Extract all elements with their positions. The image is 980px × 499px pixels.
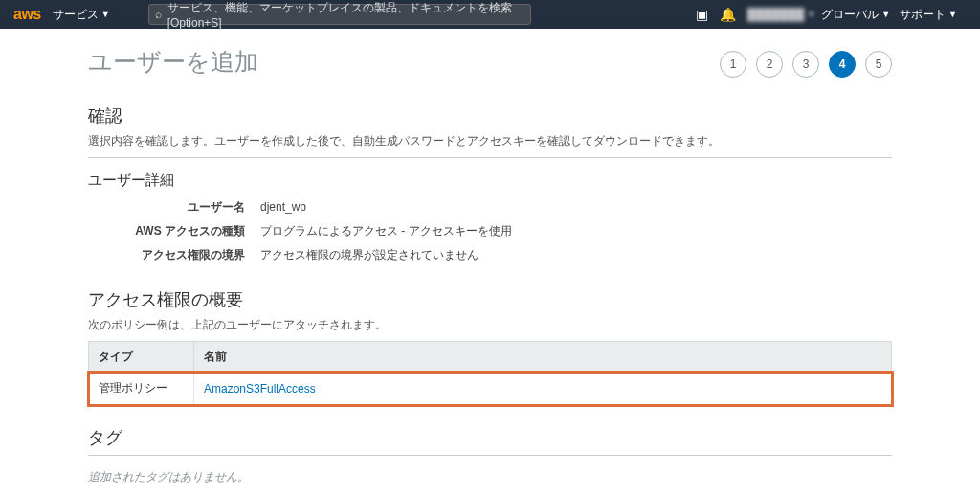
detail-value-access-type: プログラムによるアクセス - アクセスキーを使用 [260,219,892,243]
step-3[interactable]: 3 [792,51,819,78]
step-1[interactable]: 1 [720,51,746,78]
detail-value-username: djent_wp [260,195,892,219]
permissions-heading: アクセス権限の概要 [88,288,892,311]
detail-value-boundary: アクセス権限の境界が設定されていません [260,243,892,267]
notifications-icon[interactable]: 🔔 [720,7,736,22]
col-type: タイプ [89,342,194,373]
search-input[interactable]: ⌕ サービス、機能、マーケットプレイスの製品、ドキュメントを検索 [Option… [148,4,531,25]
region-menu[interactable]: グローバル ▼ [821,7,890,23]
services-menu[interactable]: サービス ▼ [53,7,110,23]
support-label: サポート [900,7,946,23]
col-name: 名前 [194,342,892,373]
support-menu[interactable]: サポート ▼ [900,7,957,23]
user-details-heading: ユーザー詳細 [88,171,892,190]
page-content: ユーザーを追加 1 2 3 4 5 確認 選択内容を確認します。ユーザーを作成し… [78,29,902,499]
detail-label-username: ユーザー名 [88,195,260,219]
step-5[interactable]: 5 [865,51,892,78]
account-menu[interactable]: ███████ ▼ [747,8,815,21]
detail-label-boundary: アクセス権限の境界 [88,243,260,267]
step-4[interactable]: 4 [829,51,856,78]
policy-name-link[interactable]: AmazonS3FullAccess [204,382,316,396]
services-label: サービス [53,7,99,23]
caret-down-icon: ▼ [881,10,890,19]
caret-down-icon: ▼ [948,10,957,19]
confirm-description: 選択内容を確認します。ユーザーを作成した後で、自動生成パスワードとアクセスキーを… [88,133,892,149]
permissions-description: 次のポリシー例は、上記のユーザーにアタッチされます。 [88,317,892,333]
top-navigation: aws サービス ▼ ⌕ サービス、機能、マーケットプレイスの製品、ドキュメント… [0,0,980,29]
confirm-heading: 確認 [88,104,892,127]
caret-down-icon: ▼ [101,10,110,19]
region-label: グローバル [821,7,879,23]
step-2[interactable]: 2 [756,51,783,78]
policy-table: タイプ 名前 管理ポリシー AmazonS3FullAccess [88,341,892,405]
user-details-table: ユーザー名 djent_wp AWS アクセスの種類 プログラムによるアクセス … [88,195,892,267]
cloudshell-icon[interactable]: ▣ [696,7,708,22]
search-icon: ⌕ [155,8,162,21]
tags-empty: 追加されたタグはありません。 [88,469,892,486]
search-placeholder: サービス、機能、マーケットプレイスの製品、ドキュメントを検索 [Option+S… [167,0,524,30]
tags-heading: タグ [88,426,892,449]
policy-type: 管理ポリシー [89,373,194,405]
wizard-steps: 1 2 3 4 5 [720,51,892,78]
detail-label-access-type: AWS アクセスの種類 [88,219,260,243]
aws-logo[interactable]: aws [13,6,41,23]
policy-row: 管理ポリシー AmazonS3FullAccess [89,373,892,405]
